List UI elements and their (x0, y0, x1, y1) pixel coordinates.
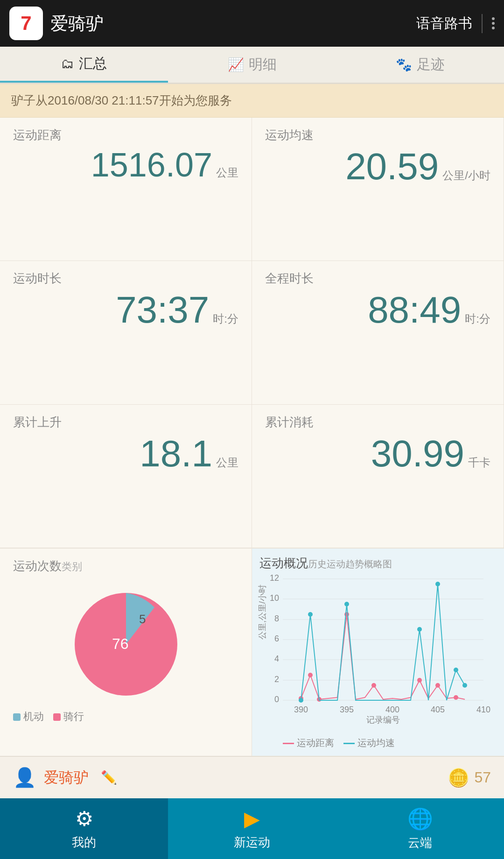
bottom-nav: ⚙ 我的 ▶ 新运动 🌐 云端 (0, 798, 504, 859)
dot-dist-395 (344, 612, 349, 617)
x-axis-label: 记录编号 (366, 715, 400, 725)
dot-2 (492, 22, 495, 25)
stat-avg-speed: 运动均速 20.59 公里/小时 (252, 118, 504, 261)
nav-cloud[interactable]: 🌐 云端 (336, 798, 504, 859)
exercise-count-sublabel: 类别 (62, 561, 82, 572)
dot-dist-398 (371, 683, 376, 688)
legend-motor-dot (13, 713, 21, 721)
user-avatar-icon: 👤 (13, 767, 36, 789)
stat-exercise-duration-unit: 时:分 (213, 311, 238, 326)
chart-wrapper: 12 10 8 6 4 2 0 390 395 400 405 410 (259, 574, 497, 735)
chart-title: 运动概况历史运动趋势概略图 (259, 555, 497, 571)
legend-speed: 运动均速 (343, 737, 395, 749)
dot-1 (492, 17, 495, 20)
stat-ascent-unit: 公里 (216, 455, 238, 470)
stat-ascent: 累计上升 18.1 公里 (0, 405, 252, 548)
stat-exercise-duration-label: 运动时长 (13, 270, 238, 287)
exercise-count-label: 运动次数类别 (13, 558, 238, 574)
stat-calories-value: 30.99 (371, 435, 464, 472)
pie-chart: 76 5 (65, 584, 187, 705)
dot-speed-395 (344, 602, 349, 606)
dot-dist-405 (435, 683, 440, 688)
header: 7 爱骑驴 语音路书 (0, 0, 504, 47)
y-label-0: 0 (274, 695, 279, 704)
tab-footprint[interactable]: 🐾 足迹 (336, 47, 504, 83)
legend-riding: 骑行 (53, 710, 84, 724)
pie-label-motor: 5 (139, 612, 146, 626)
dot-speed-391 (308, 612, 313, 617)
nav-cloud-label: 云端 (408, 835, 432, 851)
chart-legend: 运动距离 运动均速 (259, 737, 497, 749)
stat-total-duration-value: 88:49 (368, 291, 461, 329)
y-label-6: 6 (274, 634, 279, 643)
dot-speed-390 (299, 698, 303, 703)
line-chart: 12 10 8 6 4 2 0 390 395 400 405 410 (259, 574, 493, 733)
chart-subtitle: 历史运动趋势概略图 (308, 559, 392, 569)
stat-distance-value: 1516.07 (91, 148, 212, 182)
x-label-410: 410 (476, 705, 490, 714)
tab-detail[interactable]: 📈 明细 (168, 47, 336, 83)
notice-text: 驴子从2016/08/30 21:11:57开始为您服务 (11, 93, 232, 107)
edit-icon[interactable]: ✏️ (101, 770, 117, 785)
dot-speed-405 (435, 582, 440, 586)
footprint-tab-icon: 🐾 (396, 57, 412, 72)
stat-calories-label: 累计消耗 (265, 414, 490, 430)
new-exercise-icon: ▶ (244, 807, 260, 831)
stat-avg-speed-value: 20.59 (345, 148, 439, 185)
y-label-4: 4 (274, 654, 279, 663)
menu-button[interactable] (483, 17, 495, 29)
stat-ascent-label: 累计上升 (13, 414, 238, 430)
legend-speed-line (343, 743, 355, 744)
chart-section: 运动概况历史运动趋势概略图 12 10 8 6 4 2 (252, 549, 504, 756)
stat-distance: 运动距离 1516.07 公里 (0, 118, 252, 261)
stat-total-duration-label: 全程时长 (265, 270, 490, 287)
coins-value: 57 (474, 769, 491, 786)
nav-mine-label: 我的 (72, 834, 96, 851)
cloud-icon: 🌐 (407, 807, 433, 831)
tab-footprint-label: 足迹 (417, 55, 445, 74)
voice-route-button[interactable]: 语音路书 (416, 14, 483, 33)
y-axis-label: 公里,公里/小时 (258, 584, 267, 640)
legend-motor: 机动 (13, 710, 44, 724)
stat-avg-speed-label: 运动均速 (265, 127, 490, 143)
dot-speed-408 (462, 683, 467, 688)
header-right: 语音路书 (416, 14, 495, 33)
tabs-bar: 🗂 汇总 📈 明细 🐾 足迹 (0, 47, 504, 84)
stat-calories: 累计消耗 30.99 千卡 (252, 405, 504, 548)
nav-new-exercise[interactable]: ▶ 新运动 (168, 798, 336, 859)
nav-new-exercise-label: 新运动 (234, 834, 270, 851)
stat-exercise-duration: 运动时长 73:37 时:分 (0, 261, 252, 404)
notice-bar: 驴子从2016/08/30 21:11:57开始为您服务 (0, 84, 504, 118)
pie-legend: 机动 骑行 (13, 710, 238, 724)
tab-detail-label: 明细 (249, 55, 277, 74)
user-info: 👤 爱骑驴 ✏️ (13, 767, 117, 789)
nav-mine[interactable]: ⚙ 我的 (0, 798, 168, 859)
dot-speed-407 (454, 668, 458, 672)
coins-display: 🪙 57 (448, 767, 491, 788)
y-label-8: 8 (274, 614, 279, 623)
stat-calories-unit: 千卡 (468, 455, 490, 470)
mine-icon: ⚙ (75, 807, 93, 831)
y-label-2: 2 (274, 675, 279, 684)
pie-section: 运动次数类别 76 5 机动 骑行 (0, 549, 252, 756)
y-label-12: 12 (270, 573, 279, 583)
pie-label-riding: 76 (112, 635, 129, 652)
x-label-390: 390 (294, 705, 308, 714)
dot-dist-403 (417, 678, 422, 683)
stat-distance-label: 运动距离 (13, 127, 238, 143)
x-label-400: 400 (385, 705, 399, 714)
stats-grid: 运动距离 1516.07 公里 运动均速 20.59 公里/小时 运动时长 73… (0, 118, 504, 548)
user-name: 爱骑驴 (44, 767, 89, 788)
x-label-405: 405 (431, 705, 445, 714)
user-bar: 👤 爱骑驴 ✏️ 🪙 57 (0, 756, 504, 798)
bottom-section: 运动次数类别 76 5 机动 骑行 运动概况历史运动 (0, 548, 504, 756)
dot-speed-403 (417, 627, 422, 632)
dot-3 (492, 27, 495, 29)
stat-total-duration-unit: 时:分 (465, 311, 490, 326)
x-label-395: 395 (340, 705, 354, 714)
pie-chart-container: 76 5 (13, 584, 238, 705)
legend-distance: 运动距离 (283, 737, 334, 749)
y-label-10: 10 (270, 593, 279, 603)
stat-distance-unit: 公里 (216, 165, 238, 180)
tab-summary[interactable]: 🗂 汇总 (0, 47, 168, 83)
